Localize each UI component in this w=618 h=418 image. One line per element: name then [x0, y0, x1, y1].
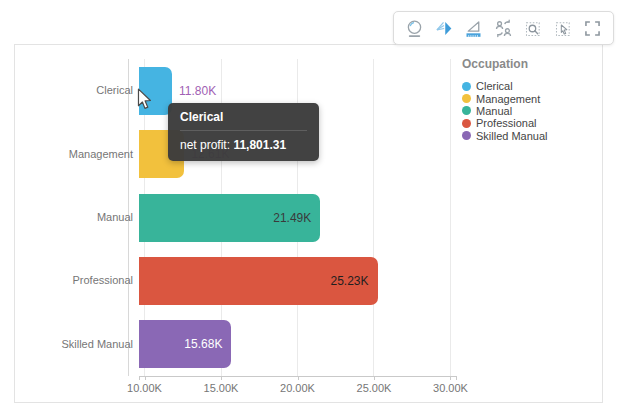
category-label: Skilled Manual: [15, 338, 133, 350]
fullscreen-button[interactable]: [580, 15, 606, 41]
legend-dot: [462, 106, 471, 115]
tooltip: Clerical net profit: 11,801.31: [168, 103, 319, 161]
tooltip-value-row: net profit: 11,801.31: [180, 138, 307, 152]
swap-users-button[interactable]: [490, 15, 516, 41]
fan-icon: [433, 18, 454, 39]
category-label: Clerical: [15, 84, 133, 96]
set-square-icon: [463, 18, 484, 39]
legend-item-label: Skilled Manual: [476, 130, 548, 142]
x-axis-end-tick: [139, 376, 140, 380]
crystal-ball-icon: [404, 18, 425, 39]
gridline: [373, 59, 374, 376]
legend-title: Occupation: [462, 57, 597, 71]
swap-users-icon: [493, 18, 514, 39]
legend-dot: [462, 94, 471, 103]
chart-toolbar: [393, 11, 614, 45]
marquee-zoom-button[interactable]: [520, 15, 546, 41]
legend-item-label: Clerical: [476, 80, 513, 92]
chart-page: 10.00K15.00K20.00K25.00K30.00KClerical11…: [0, 0, 618, 418]
legend-dot: [462, 82, 471, 91]
x-axis-end-tick: [456, 376, 457, 380]
legend-item-professional[interactable]: Professional: [462, 117, 597, 129]
legend-item-management[interactable]: Management: [462, 92, 597, 104]
marquee-zoom-icon: [523, 18, 544, 39]
gridline: [450, 59, 451, 376]
legend-dot: [462, 119, 471, 128]
legend: Occupation ClericalManagementManualProfe…: [462, 57, 597, 142]
legend-item-label: Professional: [476, 117, 537, 129]
mouse-cursor-icon: [136, 88, 153, 111]
legend-item-manual[interactable]: Manual: [462, 105, 597, 117]
crystal-ball-button[interactable]: [401, 15, 427, 41]
legend-item-skilled-manual[interactable]: Skilled Manual: [462, 130, 597, 142]
fullscreen-icon: [582, 18, 603, 39]
set-square-button[interactable]: [461, 15, 487, 41]
tooltip-field-label: net profit:: [180, 138, 230, 152]
legend-item-label: Management: [476, 93, 540, 105]
x-axis-line: [139, 376, 457, 377]
marquee-select-button[interactable]: [550, 15, 576, 41]
tooltip-value: 11,801.31: [233, 138, 286, 152]
legend-item-clerical[interactable]: Clerical: [462, 80, 597, 92]
bar-value-label: 21.49K: [273, 211, 311, 225]
x-axis-tick-label: 25.00K: [344, 382, 404, 394]
tooltip-divider: [180, 130, 307, 131]
legend-items: ClericalManagementManualProfessionalSkil…: [462, 80, 597, 142]
marquee-select-icon: [553, 18, 574, 39]
bar-value-label: 15.68K: [184, 337, 222, 351]
bar-value-label: 25.23K: [330, 274, 368, 288]
category-label: Manual: [15, 211, 133, 223]
category-label: Management: [15, 148, 133, 160]
fan-button[interactable]: [431, 15, 457, 41]
x-axis-tick-label: 30.00K: [420, 382, 480, 394]
x-axis-tick-label: 15.00K: [191, 382, 251, 394]
legend-item-label: Manual: [476, 105, 512, 117]
chart-panel: 10.00K15.00K20.00K25.00K30.00KClerical11…: [14, 44, 603, 403]
legend-dot: [462, 131, 471, 140]
x-axis-tick-label: 10.00K: [115, 382, 175, 394]
x-axis-tick-label: 20.00K: [268, 382, 328, 394]
category-label: Professional: [15, 274, 133, 286]
tooltip-title: Clerical: [180, 110, 307, 124]
bar-value-label: 11.80K: [179, 84, 216, 98]
